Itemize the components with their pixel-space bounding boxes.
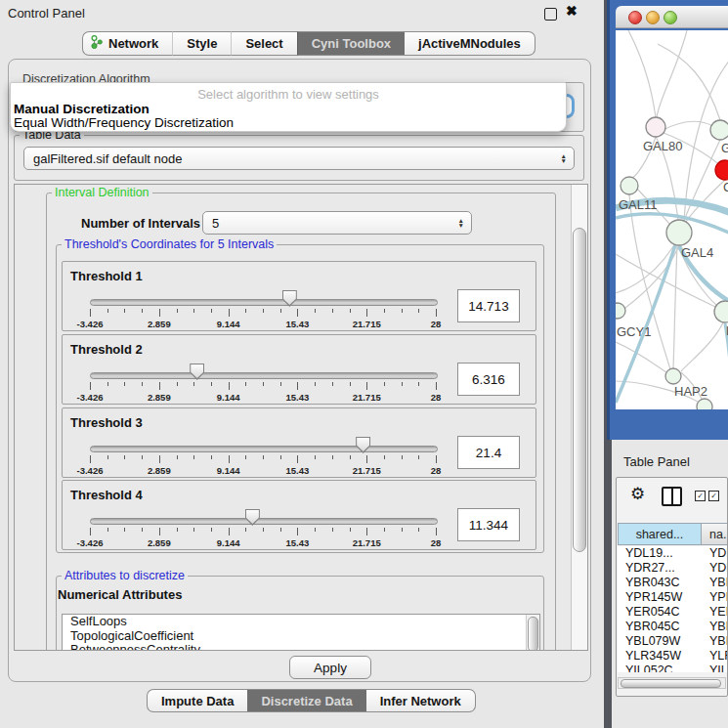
- tick-mark: [418, 455, 419, 459]
- network-node[interactable]: [710, 120, 728, 140]
- network-node[interactable]: [697, 399, 712, 409]
- network-node[interactable]: [621, 177, 638, 194]
- table-row[interactable]: YIL052CYIL0: [618, 664, 728, 672]
- network-node[interactable]: [665, 368, 681, 384]
- minimize-traffic-light-icon[interactable]: [646, 11, 660, 24]
- column-header-shared-name[interactable]: shared...: [618, 523, 702, 545]
- threshold-3-slider-track[interactable]: [90, 446, 438, 452]
- tick-mark: [107, 528, 108, 532]
- table-cell[interactable]: YDL19...: [618, 546, 702, 561]
- tick-label: 28: [414, 465, 457, 476]
- table-cell[interactable]: YBL0: [702, 634, 728, 649]
- float-window-icon[interactable]: [544, 8, 557, 21]
- table-panel-title: Table Panel: [623, 454, 690, 469]
- tab-select[interactable]: Select: [231, 31, 296, 56]
- close-icon[interactable]: ✖: [566, 3, 578, 19]
- threshold-4-slider-track[interactable]: [90, 518, 438, 525]
- table-cell[interactable]: YDL1: [702, 546, 728, 561]
- settings-vertical-scrollbar[interactable]: [571, 185, 587, 650]
- tick-mark: [177, 455, 178, 459]
- table-body[interactable]: YDL19...YDL1YDR27...YDR2YBR043CYBR0YPR14…: [618, 546, 728, 672]
- tab-infer-network[interactable]: Infer Network: [366, 689, 476, 712]
- network-node[interactable]: [646, 117, 665, 137]
- control-panel-tabs: Network Style Select Cyni Toolbox jActiv…: [82, 31, 535, 54]
- table-cell[interactable]: YPR145W: [618, 590, 702, 605]
- threshold-1-slider-track[interactable]: [90, 299, 438, 306]
- tab-impute-data[interactable]: Impute Data: [147, 689, 247, 712]
- tick-mark: [297, 382, 298, 390]
- list-scrollbar-thumb[interactable]: [528, 617, 538, 651]
- network-node[interactable]: [616, 303, 625, 319]
- list-scrollbar[interactable]: [526, 615, 539, 651]
- table-cell[interactable]: YIL0: [702, 664, 728, 672]
- table-scrollbar-thumb[interactable]: [621, 679, 721, 688]
- table-cell[interactable]: YLR3: [702, 649, 728, 664]
- table-cell[interactable]: YDR27...: [618, 561, 702, 576]
- number-of-intervals-combobox[interactable]: 5 ▲▼: [202, 211, 472, 235]
- tick-label: 15.43: [276, 465, 319, 476]
- table-row[interactable]: YDL19...YDL1: [618, 546, 728, 561]
- tick-label: 15.43: [276, 392, 319, 403]
- algorithm-option-equal-width[interactable]: Equal Width/Frequency Discretization: [14, 115, 234, 130]
- threshold-2-value-field[interactable]: 6.316: [457, 363, 520, 396]
- settings-scrollbar-thumb[interactable]: [573, 228, 586, 552]
- table-cell[interactable]: YLR345W: [618, 649, 702, 664]
- tab-style[interactable]: Style: [172, 31, 231, 56]
- network-window-titlebar[interactable]: [616, 6, 728, 28]
- network-icon: [91, 35, 103, 52]
- checkbox-icon[interactable]: ✓: [708, 491, 719, 501]
- tick-mark: [245, 455, 246, 459]
- table-cell[interactable]: YDR2: [702, 561, 728, 576]
- column-header-name[interactable]: na...: [702, 523, 728, 545]
- table-row[interactable]: YBR045CYBR0: [618, 620, 728, 634]
- tab-jactivemnodules[interactable]: jActiveMNodules: [405, 31, 535, 56]
- tab-discretize-data[interactable]: Discretize Data: [247, 689, 365, 712]
- table-cell[interactable]: YBL079W: [618, 634, 702, 649]
- apply-button[interactable]: Apply: [289, 656, 371, 679]
- tick-mark: [229, 455, 230, 463]
- checkbox-icon[interactable]: ✓: [695, 491, 706, 501]
- threshold-1-value-field[interactable]: 14.713: [457, 289, 520, 322]
- table-cell[interactable]: YIL052C: [618, 664, 702, 672]
- zoom-traffic-light-icon[interactable]: [664, 11, 677, 24]
- table-cell[interactable]: YBR0: [702, 620, 728, 634]
- tab-infer-network-label: Infer Network: [380, 694, 461, 708]
- table-row[interactable]: YPR145WYPR1: [618, 590, 728, 605]
- attribute-list-item[interactable]: TopologicalCoefficient: [63, 629, 539, 644]
- threshold-4-value-field[interactable]: 11.344: [457, 508, 520, 541]
- network-canvas[interactable]: GAL80GACGAL11GAL4GCY1HHAP2: [616, 30, 728, 409]
- table-row[interactable]: YLR345WYLR3: [618, 649, 728, 664]
- table-cell[interactable]: YPR1: [702, 590, 728, 605]
- tick-mark: [90, 455, 91, 463]
- table-cell[interactable]: YBR0: [702, 576, 728, 590]
- columns-icon[interactable]: [662, 487, 682, 506]
- numerical-attributes-list[interactable]: SelfLoopsTopologicalCoefficientBetweenne…: [62, 614, 540, 651]
- tab-cyni-toolbox[interactable]: Cyni Toolbox: [297, 31, 405, 56]
- table-cell[interactable]: YER054C: [618, 605, 702, 620]
- table-horizontal-scrollbar[interactable]: [618, 677, 726, 689]
- tick-label: 2.859: [138, 465, 181, 476]
- table-row[interactable]: YER054CYER0: [618, 605, 728, 620]
- algorithm-prompt-option[interactable]: Select algorithm to view settings: [11, 87, 566, 102]
- table-data-combobox[interactable]: galFiltered.sif default node ▲▼: [23, 147, 575, 170]
- tick-mark: [366, 528, 367, 535]
- gear-icon[interactable]: ⚙: [630, 486, 645, 503]
- attribute-list-item[interactable]: BetweennessCentrality: [63, 643, 539, 651]
- table-cell[interactable]: YER0: [702, 605, 728, 620]
- number-of-intervals-value: 5: [212, 216, 219, 231]
- table-row[interactable]: YBL079WYBL0: [618, 634, 728, 649]
- table-row[interactable]: YBR043CYBR0: [618, 576, 728, 590]
- table-row[interactable]: YDR27...YDR2: [618, 561, 728, 576]
- table-cell[interactable]: YBR043C: [618, 576, 702, 590]
- network-view-window[interactable]: GAL80GACGAL11GAL4GCY1HHAP2: [607, 0, 728, 440]
- tab-network[interactable]: Network: [82, 31, 172, 56]
- tick-mark: [315, 309, 316, 313]
- table-cell[interactable]: YBR045C: [618, 620, 702, 634]
- tick-mark: [124, 528, 125, 532]
- network-node[interactable]: [666, 220, 692, 245]
- algorithm-option-manual[interactable]: Manual Discretization: [14, 102, 150, 116]
- threshold-2-slider-track[interactable]: [90, 372, 438, 379]
- threshold-3-value-field[interactable]: 21.4: [457, 436, 520, 469]
- close-traffic-light-icon[interactable]: [628, 11, 642, 24]
- attribute-list-item[interactable]: SelfLoops: [63, 615, 539, 629]
